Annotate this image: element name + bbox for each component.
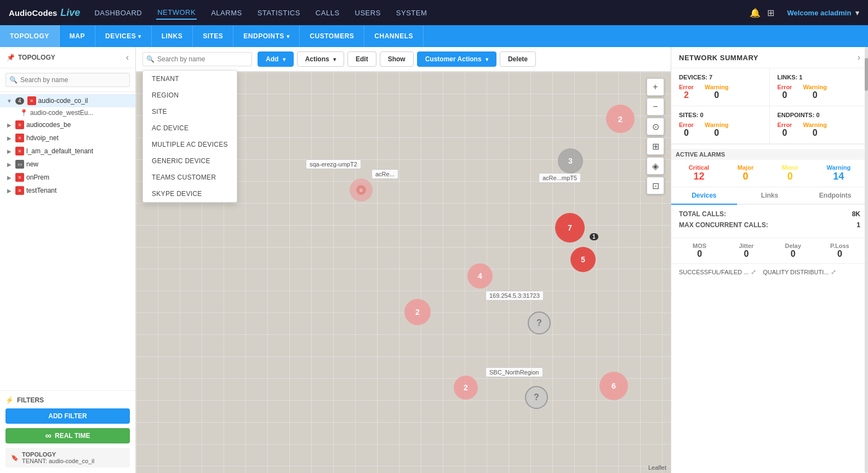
sites-error-label: Error	[679, 122, 694, 128]
edit-button[interactable]: Edit	[347, 51, 376, 67]
zoom-out-button[interactable]: −	[647, 98, 664, 116]
summary-devices-card: DEVICES: 7 Error 2 Warning 0	[671, 68, 770, 106]
devices-chevron-icon: ▾	[138, 33, 141, 39]
tree-item-audiocodes-be[interactable]: ▶ ≡ audiocodes_be	[0, 118, 135, 131]
tree-item-audio-code-co-il[interactable]: ▼ 4 ≡ audio-code_co_il	[0, 94, 135, 107]
layers-button[interactable]: ◈	[647, 157, 664, 175]
second-nav-customers[interactable]: CUSTOMERS	[300, 25, 364, 47]
customer-actions-chevron-icon: ▾	[486, 56, 488, 62]
add-menu-site[interactable]: SITE	[143, 103, 237, 120]
second-nav-topology[interactable]: TOPOLOGY	[0, 25, 60, 47]
add-dropdown-menu: TENANT REGION SITE AC DEVICE MULTIPLE AC…	[142, 70, 237, 203]
nav-users[interactable]: USERS	[354, 7, 382, 19]
add-menu-region[interactable]: REGION	[143, 87, 237, 103]
sidebar-collapse-button[interactable]: ‹	[126, 53, 129, 62]
tree-item-new[interactable]: ▶ ▭ new	[0, 158, 135, 171]
add-menu-generic-device[interactable]: GENERIC DEVICE	[143, 153, 237, 169]
map-node-2b[interactable]: 2	[404, 299, 431, 325]
sidebar-search-icon: 🔍	[9, 76, 18, 84]
grid-view-button[interactable]: ⊞	[647, 137, 664, 155]
nav-calls[interactable]: CALLS	[315, 7, 341, 19]
endpoints-warning-col: Warning 0	[803, 122, 827, 138]
devices-warning-label: Warning	[705, 84, 729, 90]
chevron-down-icon[interactable]: ▾	[855, 9, 859, 17]
map-node-2c[interactable]: 2	[454, 376, 478, 400]
tree-item-onprem[interactable]: ▶ ≡ onPrem	[0, 171, 135, 184]
nav-system[interactable]: SYSTEM	[395, 7, 428, 19]
right-panel-next-button[interactable]: ›	[858, 53, 860, 62]
sites-warning-value: 0	[705, 128, 729, 138]
delete-button[interactable]: Delete	[500, 51, 536, 67]
pin-icon: 📌	[7, 54, 15, 61]
map-node-7[interactable]: 7	[555, 213, 585, 243]
nav-dashboard[interactable]: DASHBOARD	[93, 7, 143, 19]
count-badge: 4	[15, 97, 24, 105]
add-button[interactable]: Add ▾	[258, 51, 294, 67]
filter-icon: ⚡	[5, 396, 14, 404]
tab-devices[interactable]: Devices	[671, 187, 737, 205]
leaflet-credit: Leaflet	[648, 464, 666, 471]
successful-failed-label: SUCCESSFUL/FAILED ...	[679, 269, 749, 275]
tree-item-hdvoip-net[interactable]: ▶ ≡ hdvoip_net	[0, 131, 135, 145]
jitter-value: 0	[726, 249, 767, 259]
map-node-4[interactable]: 4	[467, 263, 493, 289]
tree-item-l-am-a-default[interactable]: ▶ ≡ l_am_a_default_tenant	[0, 145, 135, 158]
actions-button[interactable]: Actions ▾	[297, 51, 344, 67]
second-nav-devices[interactable]: DEVICES ▾	[95, 25, 152, 47]
tab-endpoints[interactable]: Endpoints	[802, 187, 868, 205]
second-nav-sites[interactable]: SITES	[193, 25, 233, 47]
add-menu-teams-customer[interactable]: TEAMS CUSTOMER	[143, 169, 237, 186]
customer-actions-button[interactable]: Customer Actions ▾	[417, 51, 496, 67]
map-node-6[interactable]: 6	[599, 372, 628, 400]
second-nav-map[interactable]: MAP	[60, 25, 95, 47]
map-node-3[interactable]: 3	[558, 148, 583, 174]
map-node-2a[interactable]: 2	[606, 105, 635, 133]
second-nav-links[interactable]: LINKS	[152, 25, 193, 47]
second-nav-channels[interactable]: CHANNELS	[364, 25, 424, 47]
toolbar-search-input[interactable]	[142, 52, 252, 66]
map-node-pink-small[interactable]: ≡	[350, 178, 373, 201]
map-node-5[interactable]: 5	[570, 247, 596, 272]
grid-icon[interactable]: ⊞	[767, 8, 774, 18]
total-calls-value: 8K	[852, 210, 860, 218]
max-concurrent-value: 1	[856, 221, 860, 229]
add-menu-ac-device[interactable]: AC DEVICE	[143, 120, 237, 136]
zoom-in-button[interactable]: +	[647, 78, 664, 96]
add-menu-multiple-ac-devices[interactable]: MULTIPLE AC DEVICES	[143, 136, 237, 153]
sites-warning-label: Warning	[705, 122, 729, 128]
right-panel-scrollbar[interactable]	[865, 47, 868, 473]
expand-icon: ▼	[5, 97, 13, 105]
top-navigation: AudioCodes Live DASHBOARD NETWORK ALARMS…	[0, 0, 868, 25]
map-node-q2[interactable]: ?	[525, 386, 548, 409]
node-icon: ▭	[15, 160, 24, 169]
delay-label: Delay	[773, 243, 814, 249]
tree-item-label: hdvoip_net	[26, 134, 59, 142]
sidebar-header: 📌 TOPOLOGY ‹	[0, 47, 135, 68]
add-filter-button[interactable]: ADD FILTER	[5, 408, 130, 424]
topology-info: 🔖 TOPOLOGY TENANT: audio-code_co_il	[5, 448, 130, 468]
center-map-button[interactable]: ⊙	[647, 118, 664, 135]
realtime-badge[interactable]: ∞ REAL TIME	[5, 428, 130, 443]
add-menu-tenant[interactable]: TENANT	[143, 71, 237, 87]
tree-item-testtenant[interactable]: ▶ ≡ testTenant	[0, 184, 135, 197]
successful-failed-link[interactable]: SUCCESSFUL/FAILED ... ⤢	[679, 268, 756, 276]
left-sidebar: 📌 TOPOLOGY ‹ 🔍 ▼ 4 ≡ audio-code_co_il 📍 …	[0, 47, 136, 473]
select-area-button[interactable]: ⊡	[647, 177, 664, 194]
bell-icon[interactable]: 🔔	[750, 8, 761, 18]
nav-statistics[interactable]: STATISTICS	[256, 7, 301, 19]
second-nav-endpoints[interactable]: ENDPOINTS ▾	[233, 25, 300, 47]
tree-item-audio-code-westEu[interactable]: 📍 audio-code_westEu...	[0, 107, 135, 118]
quality-dist-link[interactable]: QUALITY DISTRIBUTI... ⤢	[763, 268, 836, 276]
links-warning-value: 0	[803, 90, 827, 100]
major-alarm-col: Major 0	[738, 164, 753, 182]
add-menu-skype-device[interactable]: SKYPE DEVICE	[143, 186, 237, 202]
map-node-q1[interactable]: ?	[528, 312, 551, 334]
tab-links[interactable]: Links	[737, 187, 803, 205]
nav-network[interactable]: NETWORK	[156, 6, 197, 20]
ploss-label: P.Loss	[819, 243, 860, 249]
right-panel-tabs: Devices Links Endpoints	[671, 187, 868, 205]
show-button[interactable]: Show	[380, 51, 414, 67]
nav-alarms[interactable]: ALARMS	[210, 7, 243, 19]
realtime-label: REAL TIME	[55, 432, 90, 440]
sidebar-search-input[interactable]	[5, 73, 130, 87]
